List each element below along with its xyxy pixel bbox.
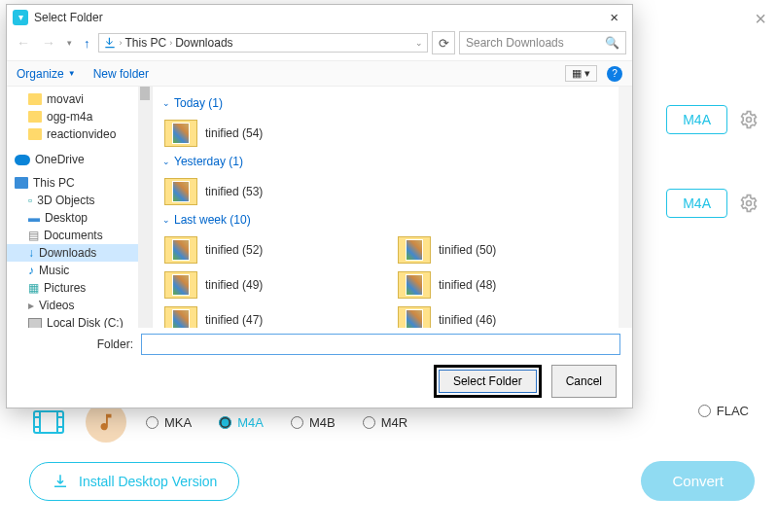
select-folder-highlight: Select Folder (434, 365, 542, 398)
folder-content: ⌄Today (1) tinified (54) ⌄Yesterday (1) … (153, 87, 632, 328)
nav-up-icon[interactable]: ↑ (80, 36, 94, 51)
svg-point-1 (747, 201, 752, 206)
convert-button[interactable]: Convert (641, 461, 755, 501)
folder-label: Folder: (18, 337, 133, 351)
downloads-folder-icon (103, 36, 117, 50)
gear-icon[interactable] (739, 194, 759, 213)
format-m4a-button[interactable]: M4A (666, 105, 727, 134)
scrollbar[interactable] (619, 87, 632, 328)
path-segment[interactable]: Downloads (175, 36, 232, 50)
tree-item[interactable]: Local Disk (C:) (7, 314, 152, 328)
folder-name-input[interactable] (141, 334, 620, 355)
search-icon: 🔍 (605, 36, 619, 50)
list-item[interactable]: tinified (47) (162, 302, 357, 328)
select-folder-button[interactable]: Select Folder (439, 370, 537, 393)
nav-forward-icon: → (38, 33, 59, 53)
close-icon[interactable]: × (604, 9, 624, 25)
chevron-down-icon[interactable]: ⌄ (415, 38, 423, 48)
group-yesterday[interactable]: ⌄Yesterday (1) (162, 155, 622, 168)
tree-item[interactable]: ▤Documents (7, 227, 152, 244)
group-today[interactable]: ⌄Today (1) (162, 96, 622, 110)
tree-item[interactable]: reactionvideo (7, 125, 152, 143)
app-logo-icon: ▾ (13, 10, 28, 25)
new-folder-button[interactable]: New folder (93, 67, 149, 81)
radio-m4a[interactable]: M4A (219, 415, 264, 430)
help-icon[interactable]: ? (607, 66, 622, 82)
tree-item[interactable]: ▬Desktop (7, 209, 152, 227)
tree-item[interactable]: ogg-m4a (7, 108, 152, 125)
tree-item[interactable]: movavi (7, 90, 152, 108)
nav-back-icon[interactable]: ← (13, 33, 34, 53)
group-lastweek[interactable]: ⌄Last week (10) (162, 213, 622, 227)
select-folder-dialog: ▾ Select Folder × ← → ▾ ↑ › This PC › Do… (6, 4, 633, 408)
app-close-icon[interactable]: × (755, 8, 766, 30)
svg-point-0 (747, 118, 752, 123)
list-item[interactable]: tinified (52) (162, 232, 357, 267)
tree-item-onedrive[interactable]: OneDrive (7, 151, 152, 168)
organize-menu[interactable]: Organize ▼ (17, 67, 76, 81)
tree-item-downloads[interactable]: ↓Downloads (7, 244, 152, 262)
gear-icon[interactable] (739, 110, 759, 129)
search-input[interactable]: Search Downloads 🔍 (459, 31, 626, 54)
install-desktop-button[interactable]: Install Desktop Version (29, 462, 239, 501)
view-mode-button[interactable]: ▦ ▾ (565, 65, 597, 82)
nav-recent-icon[interactable]: ▾ (63, 36, 76, 50)
list-item[interactable]: tinified (54) (162, 116, 357, 151)
list-item[interactable]: tinified (49) (162, 267, 357, 302)
refresh-icon[interactable]: ⟳ (432, 31, 455, 54)
cancel-button[interactable]: Cancel (551, 365, 617, 398)
folder-tree: movavi ogg-m4a reactionvideo OneDrive Th… (7, 87, 153, 328)
tree-item[interactable]: ♪Music (7, 262, 152, 279)
radio-mka[interactable]: MKA (146, 415, 192, 430)
list-item[interactable]: tinified (50) (396, 232, 590, 267)
tree-item[interactable]: ▸Videos (7, 297, 152, 314)
dialog-title: Select Folder (34, 11, 103, 24)
video-icon[interactable] (31, 405, 66, 440)
path-bar[interactable]: › This PC › Downloads ⌄ (98, 33, 429, 53)
svg-rect-2 (34, 411, 63, 433)
list-item[interactable]: tinified (48) (396, 267, 590, 302)
tree-item[interactable]: ▦Pictures (7, 279, 152, 297)
scrollbar[interactable] (138, 87, 152, 328)
radio-m4b[interactable]: M4B (291, 415, 336, 430)
tree-item[interactable]: ▫3D Objects (7, 192, 152, 209)
list-item[interactable]: tinified (46) (396, 302, 590, 328)
list-item[interactable]: tinified (53) (162, 174, 357, 209)
tree-item-thispc[interactable]: This PC (7, 174, 152, 192)
path-segment[interactable]: This PC (125, 36, 167, 50)
format-m4a-button-2[interactable]: M4A (666, 189, 727, 218)
radio-m4r[interactable]: M4R (363, 415, 407, 430)
